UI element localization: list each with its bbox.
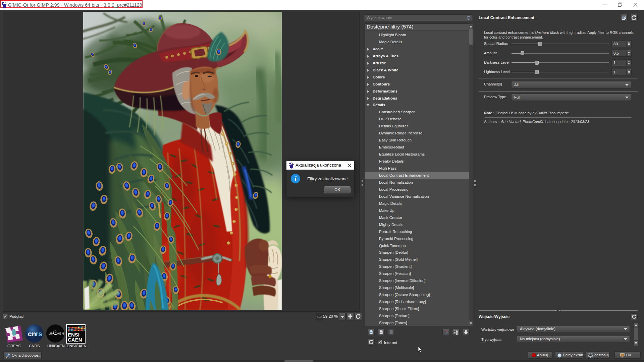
svg-text:AEN: AEN [57, 331, 64, 335]
svg-text:CAEN: CAEN [68, 337, 82, 343]
svg-text:rs: rs [36, 330, 42, 338]
svg-text:cn: cn [28, 330, 36, 338]
